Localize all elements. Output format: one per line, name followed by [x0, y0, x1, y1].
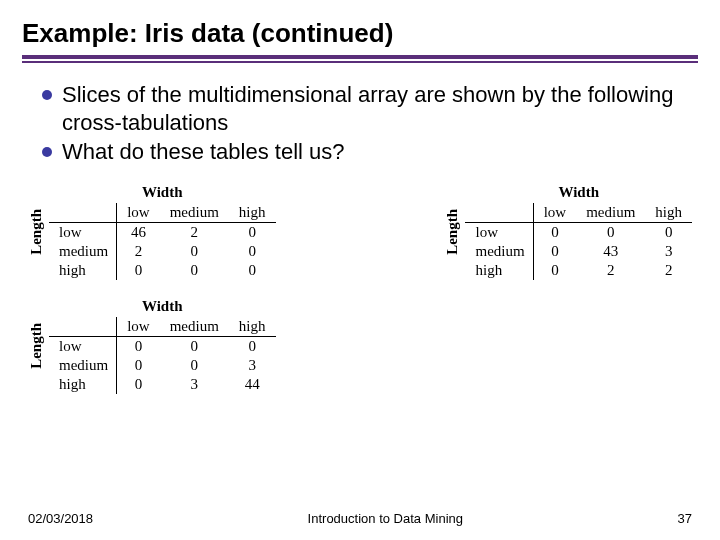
col-header: low: [533, 203, 576, 223]
crosstab-table: low medium high low 0 0 0 medium 0 0 3: [49, 317, 276, 394]
table-cell: 0: [117, 261, 160, 280]
table-cell: 0: [160, 242, 229, 261]
table-cell: 0: [533, 222, 576, 242]
table-header-row: low medium high: [49, 317, 276, 337]
table-cell: 2: [160, 222, 229, 242]
row-header: medium: [465, 242, 533, 261]
table-cell: 3: [229, 356, 276, 375]
list-item: What do these tables tell us?: [42, 138, 688, 166]
col-header: high: [645, 203, 692, 223]
col-header: high: [229, 203, 276, 223]
crosstab-table: low medium high low 46 2 0 medium 2 0 0: [49, 203, 276, 280]
table-row: medium 0 43 3: [465, 242, 692, 261]
row-header: medium: [49, 242, 117, 261]
table-cell: 0: [160, 261, 229, 280]
table-cell: 2: [576, 261, 645, 280]
table-cell: 0: [229, 261, 276, 280]
col-axis-label: Width: [142, 184, 183, 201]
row-header: high: [49, 375, 117, 394]
footer-page: 37: [678, 511, 692, 526]
col-header: medium: [160, 203, 229, 223]
table-cell: 0: [533, 242, 576, 261]
table-cell: 2: [645, 261, 692, 280]
table-cell: 0: [229, 242, 276, 261]
table-row: high 0 3 44: [49, 375, 276, 394]
table-row: high 0 2 2: [465, 261, 692, 280]
bullet-list: Slices of the multidimensional array are…: [0, 63, 720, 166]
col-header: low: [117, 317, 160, 337]
table-header-row: low medium high: [465, 203, 692, 223]
bullet-text: What do these tables tell us?: [62, 138, 345, 166]
col-axis-label: Width: [142, 298, 183, 315]
col-header: high: [229, 317, 276, 337]
bullet-text: Slices of the multidimensional array are…: [62, 81, 688, 136]
table-header-row: low medium high: [49, 203, 276, 223]
crosstab-table: low medium high low 0 0 0 medium 0 43 3: [465, 203, 692, 280]
table-cell: 0: [117, 375, 160, 394]
row-header: high: [465, 261, 533, 280]
table-row: medium 0 0 3: [49, 356, 276, 375]
table-row: low 0 0 0: [49, 336, 276, 356]
table-cell: 46: [117, 222, 160, 242]
row-axis-label: Length: [28, 323, 45, 369]
table-cell: 3: [160, 375, 229, 394]
tables-row-bottom: Length Width low medium high low 0 0 0 m…: [0, 280, 720, 394]
table-cell: 44: [229, 375, 276, 394]
crosstab-2: Length Width low medium high low 0 0 0 m…: [28, 298, 692, 394]
col-header: medium: [160, 317, 229, 337]
table-cell: 43: [576, 242, 645, 261]
table-cell: 0: [533, 261, 576, 280]
table-row: low 46 2 0: [49, 222, 276, 242]
table-row: low 0 0 0: [465, 222, 692, 242]
table-cell: 0: [160, 336, 229, 356]
crosstab-1: Length Width low medium high low 0 0 0 m…: [444, 184, 692, 280]
bullet-icon: [42, 147, 52, 157]
table-cell: 3: [645, 242, 692, 261]
tables-row-top: Length Width low medium high low 46 2 0 …: [0, 168, 720, 280]
row-axis-label: Length: [444, 209, 461, 255]
table-cell: 0: [229, 222, 276, 242]
table-cell: 0: [645, 222, 692, 242]
row-header: low: [465, 222, 533, 242]
table-cell: 0: [160, 356, 229, 375]
table-row: high 0 0 0: [49, 261, 276, 280]
slide-footer: 02/03/2018 Introduction to Data Mining 3…: [0, 511, 720, 526]
divider-thick: [22, 55, 698, 59]
bullet-icon: [42, 90, 52, 100]
col-header: low: [117, 203, 160, 223]
crosstab-0: Length Width low medium high low 46 2 0 …: [28, 184, 276, 280]
slide-title: Example: Iris data (continued): [0, 0, 720, 55]
row-axis-label: Length: [28, 209, 45, 255]
table-cell: 0: [229, 336, 276, 356]
list-item: Slices of the multidimensional array are…: [42, 81, 688, 136]
footer-date: 02/03/2018: [28, 511, 93, 526]
table-cell: 0: [576, 222, 645, 242]
col-header: medium: [576, 203, 645, 223]
footer-course: Introduction to Data Mining: [308, 511, 463, 526]
table-cell: 2: [117, 242, 160, 261]
row-header: medium: [49, 356, 117, 375]
col-axis-label: Width: [558, 184, 599, 201]
row-header: low: [49, 222, 117, 242]
table-cell: 0: [117, 356, 160, 375]
row-header: high: [49, 261, 117, 280]
table-cell: 0: [117, 336, 160, 356]
row-header: low: [49, 336, 117, 356]
table-row: medium 2 0 0: [49, 242, 276, 261]
